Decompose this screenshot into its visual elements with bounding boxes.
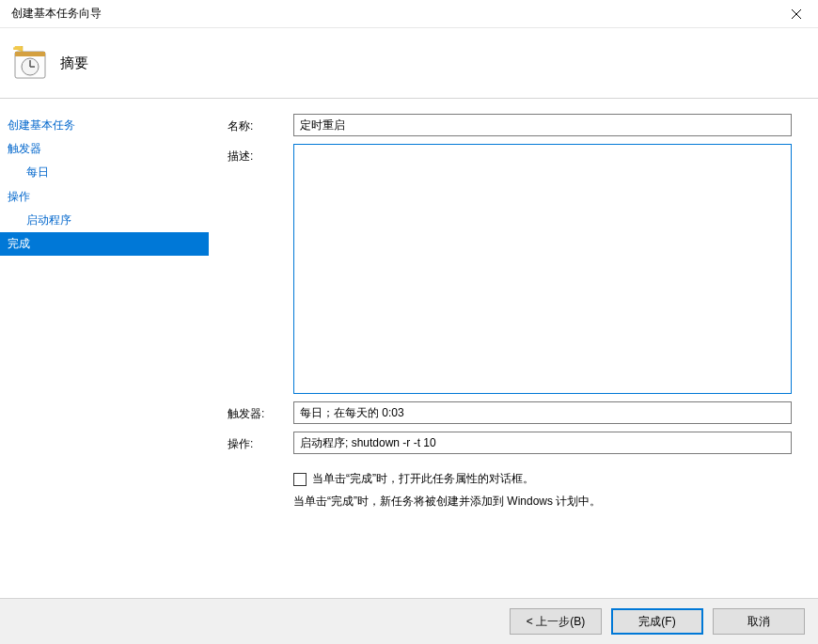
- svg-rect-3: [15, 52, 45, 56]
- close-icon: [792, 9, 801, 19]
- sidebar-item-finish[interactable]: 完成: [0, 232, 209, 256]
- sidebar-item-daily[interactable]: 每日: [0, 161, 209, 184]
- titlebar: 创建基本任务向导: [0, 0, 818, 28]
- wizard-footer: < 上一步(B) 完成(F) 取消: [0, 598, 818, 644]
- cancel-button[interactable]: 取消: [713, 608, 805, 635]
- back-button[interactable]: < 上一步(B): [510, 608, 602, 635]
- task-scheduler-icon: [13, 46, 47, 80]
- sidebar-item-action[interactable]: 操作: [0, 185, 209, 209]
- open-properties-row: 当单击“完成”时，打开此任务属性的对话框。: [228, 471, 792, 487]
- trigger-row: 触发器:: [228, 401, 792, 424]
- trigger-label: 触发器:: [228, 401, 293, 422]
- wizard-content: 名称: 描述: 触发器: 操作: 当单击“完成”时，打开此任务属性的对话框。 当…: [209, 99, 818, 597]
- action-input[interactable]: [293, 432, 792, 454]
- description-label: 描述:: [228, 144, 293, 165]
- sidebar-item-trigger[interactable]: 触发器: [0, 137, 209, 161]
- close-button[interactable]: [775, 0, 818, 28]
- description-row: 描述:: [228, 144, 792, 394]
- open-properties-checkbox[interactable]: [293, 473, 307, 486]
- page-title: 摘要: [60, 55, 88, 72]
- description-textarea[interactable]: [293, 144, 792, 394]
- action-row: 操作:: [228, 432, 792, 454]
- finish-button[interactable]: 完成(F): [611, 608, 703, 635]
- name-label: 名称:: [228, 114, 293, 134]
- name-row: 名称:: [228, 114, 792, 136]
- sidebar-item-start-program[interactable]: 启动程序: [0, 209, 209, 232]
- open-properties-label: 当单击“完成”时，打开此任务属性的对话框。: [312, 471, 534, 487]
- finish-hint: 当单击“完成”时，新任务将被创建并添加到 Windows 计划中。: [228, 493, 792, 510]
- name-input[interactable]: [293, 114, 792, 136]
- wizard-header: 摘要: [0, 28, 818, 99]
- trigger-input[interactable]: [293, 401, 792, 424]
- wizard-body: 创建基本任务 触发器 每日 操作 启动程序 完成 名称: 描述: 触发器: 操作…: [0, 99, 818, 597]
- wizard-sidebar: 创建基本任务 触发器 每日 操作 启动程序 完成: [0, 99, 209, 597]
- sidebar-item-create-task[interactable]: 创建基本任务: [0, 114, 209, 137]
- action-label: 操作:: [228, 432, 293, 452]
- window-title: 创建基本任务向导: [11, 6, 102, 22]
